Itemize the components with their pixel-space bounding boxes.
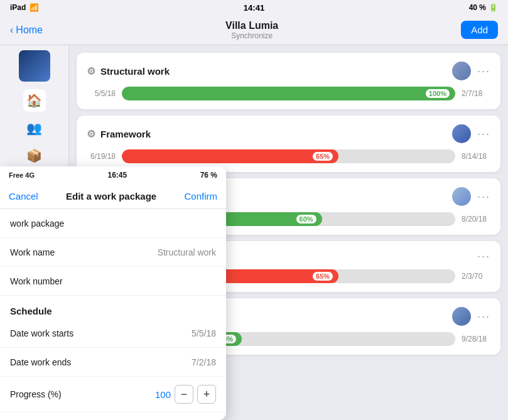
end-date: 2/3/70 bbox=[462, 272, 490, 281]
progress-label: 65% bbox=[312, 271, 333, 281]
start-date: 5/5/18 bbox=[87, 89, 116, 98]
chevron-left-icon: ‹ bbox=[10, 24, 13, 36]
time-label: 14:41 bbox=[244, 3, 264, 13]
app-subtitle: Synchronize bbox=[225, 31, 278, 40]
assignee-avatar bbox=[452, 187, 471, 206]
card-right: ··· bbox=[452, 62, 490, 80]
home-icon: 🏠 bbox=[26, 93, 42, 108]
progress-row-structural: 5/5/18 100% 2/7/18 bbox=[87, 87, 490, 100]
phone-nav-bar: Cancel Edit a work package Confirm bbox=[0, 184, 226, 209]
more-menu-button[interactable]: ··· bbox=[477, 65, 490, 78]
field-value-date-starts: 5/5/18 bbox=[192, 328, 216, 338]
phone-battery: 76 % bbox=[200, 171, 217, 180]
progress-stepper: 100 − + bbox=[152, 385, 216, 404]
phone-carrier: Free 4G bbox=[9, 171, 35, 179]
field-label-work-number: Work number bbox=[10, 276, 63, 286]
card-right: ··· bbox=[452, 124, 490, 143]
status-left: iPad 📶 bbox=[10, 3, 39, 12]
status-right: 40 % 🔋 bbox=[469, 3, 498, 12]
card-title-text: Framework bbox=[100, 129, 151, 139]
add-button[interactable]: Add bbox=[461, 21, 498, 39]
field-work-number[interactable]: Work number bbox=[0, 267, 226, 296]
wifi-icon: 📶 bbox=[30, 3, 39, 12]
stepper-plus-button[interactable]: + bbox=[197, 385, 216, 404]
work-card-structural: ⚙ Structural work ··· 5/5/18 100% 2/7/18 bbox=[77, 53, 500, 109]
field-label-work-package: work package bbox=[10, 218, 64, 229]
phone-time: 16:45 bbox=[107, 171, 127, 180]
battery-label: 40 % bbox=[469, 3, 486, 12]
end-date: 9/28/18 bbox=[462, 335, 490, 343]
progress-label: 100% bbox=[425, 89, 450, 99]
start-date: 6/19/18 bbox=[87, 152, 116, 161]
phone-nav-title: Edit a work package bbox=[66, 191, 156, 202]
field-progress: Progress (%) 100 − + bbox=[0, 377, 226, 412]
card-icon: ⚙ bbox=[87, 128, 95, 140]
cancel-button[interactable]: Cancel bbox=[9, 191, 38, 202]
confirm-button[interactable]: Confirm bbox=[184, 191, 217, 202]
field-label-date-ends: Date work ends bbox=[10, 357, 71, 367]
progress-label: 60% bbox=[296, 214, 317, 224]
end-date: 8/14/18 bbox=[462, 152, 490, 161]
ipad-status-bar: iPad 📶 14:41 40 % 🔋 bbox=[0, 0, 508, 15]
field-work-package[interactable]: work package bbox=[0, 209, 226, 238]
avatar bbox=[19, 50, 50, 82]
card-title-structural: ⚙ Structural work bbox=[87, 65, 170, 77]
stepper-minus-button[interactable]: − bbox=[175, 385, 193, 404]
progress-row-framework: 6/19/18 65% 8/14/18 bbox=[87, 149, 490, 163]
more-menu-button[interactable]: ··· bbox=[477, 250, 490, 263]
people-icon: 👥 bbox=[26, 121, 42, 136]
progress-bar-fill: 100% bbox=[122, 87, 455, 100]
assignee-avatar bbox=[452, 62, 471, 80]
more-menu-button[interactable]: ··· bbox=[477, 127, 490, 141]
end-date: 2/7/18 bbox=[462, 89, 490, 98]
progress-bar-container: 100% bbox=[122, 87, 455, 100]
assignee-avatar bbox=[452, 307, 471, 326]
work-card-framework: ⚙ Framework ··· 6/19/18 65% 8/14/18 bbox=[77, 116, 500, 172]
field-label-progress: Progress (%) bbox=[10, 389, 62, 399]
form-section: work package Work name Structural work W… bbox=[0, 209, 226, 420]
sidebar-item-home[interactable]: 🏠 bbox=[23, 89, 46, 112]
back-label: Home bbox=[16, 24, 43, 36]
back-button[interactable]: ‹ Home bbox=[10, 24, 43, 36]
carrier-label: iPad bbox=[10, 3, 26, 12]
app-title: Villa Lumia bbox=[225, 20, 278, 31]
card-right: ··· bbox=[452, 307, 490, 326]
phone-status-bar: Free 4G 16:45 76 % bbox=[0, 166, 226, 184]
phone-overlay: Free 4G 16:45 76 % Cancel Edit a work pa… bbox=[0, 166, 226, 420]
progress-bar-container: 65% bbox=[122, 149, 455, 163]
ipad-nav-bar: ‹ Home Villa Lumia Synchronize Add bbox=[0, 15, 508, 45]
field-value-date-ends: 7/2/18 bbox=[192, 357, 216, 367]
more-menu-button[interactable]: ··· bbox=[477, 310, 490, 323]
sidebar-item-people[interactable]: 👥 bbox=[23, 117, 46, 139]
card-title-text: Structural work bbox=[100, 66, 170, 77]
field-value-work-name: Structural work bbox=[158, 247, 216, 257]
progress-bar-fill: 65% bbox=[122, 149, 338, 163]
card-title-framework: ⚙ Framework bbox=[87, 128, 151, 140]
package-icon: 📦 bbox=[26, 148, 42, 163]
card-icon: ⚙ bbox=[87, 65, 95, 77]
nav-title: Villa Lumia Synchronize bbox=[225, 20, 278, 40]
field-label-work-name: Work name bbox=[10, 247, 55, 257]
end-date: 8/20/18 bbox=[462, 215, 490, 223]
stepper-value: 100 bbox=[152, 389, 171, 400]
progress-label: 65% bbox=[312, 151, 333, 161]
field-label-date-starts: Date work starts bbox=[10, 328, 73, 338]
card-right: ··· bbox=[477, 250, 490, 263]
more-menu-button[interactable]: ··· bbox=[477, 190, 490, 203]
assignee-avatar bbox=[452, 124, 471, 143]
field-date-starts[interactable]: Date work starts 5/5/18 bbox=[0, 319, 226, 348]
field-date-ends[interactable]: Date work ends 7/2/18 bbox=[0, 348, 226, 377]
card-right: ··· bbox=[452, 187, 490, 206]
sidebar-item-package[interactable]: 📦 bbox=[23, 144, 46, 167]
schedule-section-header: Schedule bbox=[0, 296, 226, 319]
field-work-name[interactable]: Work name Structural work bbox=[0, 238, 226, 267]
battery-icon: 🔋 bbox=[489, 3, 498, 12]
